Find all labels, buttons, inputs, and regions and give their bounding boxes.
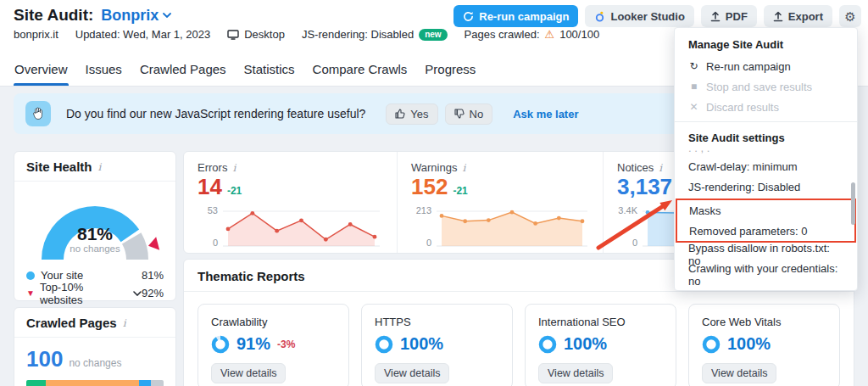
looker-studio-button[interactable]: Looker Studio (585, 5, 693, 27)
tab-bar: Overview Issues Crawled Pages Statistics… (14, 55, 476, 86)
progress-ring-icon (538, 335, 557, 354)
ask-me-later-link[interactable]: Ask me later (513, 108, 578, 120)
crawled-pages-bar (26, 380, 164, 386)
site-health-card: Site Health i 81% no changes Your site 8… (14, 151, 176, 301)
thumbs-down-icon (454, 109, 465, 119)
view-details-button[interactable]: View details (538, 363, 613, 383)
yes-button[interactable]: Yes (386, 103, 437, 125)
export-button[interactable]: Export (764, 5, 832, 27)
campaign-meta: bonprix.it Updated: Wed, Mar 1, 2023 Des… (14, 28, 599, 41)
legend-top10-websites[interactable]: ▼ Top-10% websites 92% (26, 284, 164, 302)
annotation-highlight-box: Masks Removed parameters: 0 (676, 199, 856, 243)
upload-icon (773, 11, 783, 22)
info-icon[interactable]: i (98, 161, 102, 173)
menu-item-masks[interactable]: Masks (677, 200, 854, 221)
thematic-card-crawlability: Crawlability 91% -3% View details (198, 304, 349, 386)
menu-divider (675, 121, 857, 122)
bar-segment-blue (139, 380, 152, 386)
bar-segment-orange (46, 380, 139, 386)
notices-count: 3,137 (617, 175, 672, 199)
thematic-card-https: HTTPS 100% View details (361, 304, 513, 386)
device-label: Desktop (227, 28, 285, 41)
warnings-change: -21 (453, 185, 467, 197)
info-icon[interactable]: i (659, 162, 662, 174)
info-icon[interactable]: i (232, 162, 236, 174)
progress-ring-icon (375, 335, 393, 354)
domain-label: bonprix.it (14, 28, 58, 41)
thematic-card-core-web-vitals: Core Web Vitals 100% View details (688, 304, 840, 386)
new-badge: new (419, 29, 447, 41)
progress-ring-icon (211, 335, 230, 354)
red-triangle-icon: ▼ (26, 289, 35, 298)
rerun-campaign-button[interactable]: Re-run campaign (453, 5, 578, 27)
thematic-card-international-seo: International SEO 100% View details (525, 304, 676, 386)
bar-segment-green (26, 380, 46, 386)
gear-icon: ⚙ (844, 10, 855, 23)
crawled-pages-card: Crawled Pages i 100 no changes (14, 307, 176, 386)
info-icon[interactable]: i (123, 317, 126, 329)
menu-item-removed-parameters[interactable]: Removed parameters: 0 (677, 221, 854, 241)
tab-progress[interactable]: Progress (424, 55, 476, 86)
chevron-down-icon (163, 13, 171, 18)
no-button[interactable]: No (445, 103, 493, 125)
tab-issues[interactable]: Issues (85, 55, 123, 86)
crawled-pages-change: no changes (69, 357, 121, 369)
view-details-button[interactable]: View details (211, 363, 286, 383)
clipped-menu-item: . . , . (688, 149, 843, 156)
progress-ring-icon (702, 335, 721, 354)
tab-crawled-pages[interactable]: Crawled Pages (139, 55, 227, 86)
upload-icon (710, 11, 721, 22)
dropdown-scrollbar-thumb[interactable] (851, 182, 855, 225)
errors-sparkline (223, 201, 380, 250)
settings-dropdown-menu: Manage Site Audit ↻ Re-run campaign ■ St… (674, 27, 858, 291)
tab-statistics[interactable]: Statistics (243, 55, 296, 86)
stop-icon: ■ (688, 81, 699, 92)
project-name: Bonprix (101, 7, 159, 25)
crawled-pages-title: Crawled Pages (26, 316, 117, 330)
errors-change: -21 (227, 185, 242, 197)
tab-compare-crawls[interactable]: Compare Crawls (312, 55, 409, 86)
waving-hand-icon (25, 101, 51, 126)
desktop-icon (227, 30, 239, 40)
crawled-pages-count: 100 (26, 346, 63, 372)
banner-question: Do you find our new JavaScript rendering… (66, 107, 365, 120)
info-icon[interactable]: i (462, 162, 465, 174)
updated-label: Updated: Wed, Mar 1, 2023 (75, 28, 210, 41)
pdf-button[interactable]: PDF (701, 5, 757, 27)
manage-site-audit-header: Manage Site Audit (675, 33, 857, 56)
view-details-button[interactable]: View details (702, 363, 776, 383)
tab-overview[interactable]: Overview (14, 55, 69, 86)
menu-item-crawl-delay[interactable]: Crawl-delay: minimum (675, 156, 857, 176)
blue-dot-icon (26, 271, 35, 280)
warnings-sparkline (437, 201, 587, 250)
warnings-section: Warnings i 152 -21 213 0 (397, 152, 603, 253)
close-icon: ✕ (688, 102, 699, 112)
errors-count: 14 (198, 175, 222, 199)
page-title: Site Audit: (14, 6, 93, 25)
project-selector[interactable]: Bonprix (101, 7, 171, 25)
warnings-count: 152 (411, 175, 448, 199)
site-health-title: Site Health (26, 159, 92, 174)
menu-item-discard-results: ✕ Discard results (675, 97, 857, 117)
refresh-icon (463, 11, 474, 22)
view-details-button[interactable]: View details (375, 363, 449, 383)
warning-triangle-icon: ⚠ (545, 29, 555, 40)
thumbs-up-icon (395, 109, 405, 119)
menu-item-js-rendering[interactable]: JS-rendering: Disabled (675, 176, 857, 197)
js-rendering-label: JS-rendering: Disabled new (302, 28, 448, 41)
site-audit-settings-header: Site Audit settings (675, 126, 857, 149)
menu-item-stop-and-save: ■ Stop and save results (675, 76, 857, 97)
bar-segment-gray (151, 380, 164, 386)
pages-crawled-label: Pages crawled: ⚠ 100/100 (465, 28, 600, 41)
site-health-gauge: 81% no changes (25, 188, 164, 263)
looker-studio-icon (594, 11, 605, 22)
chevron-down-icon (133, 291, 142, 296)
menu-item-crawl-credentials[interactable]: Crawling with your credentials: no (675, 265, 857, 285)
refresh-icon: ↻ (688, 61, 699, 71)
errors-section: Errors i 14 -21 53 0 (184, 152, 397, 253)
menu-item-rerun-campaign[interactable]: ↻ Re-run campaign (675, 56, 857, 76)
settings-gear-button[interactable]: ⚙ (839, 5, 861, 27)
